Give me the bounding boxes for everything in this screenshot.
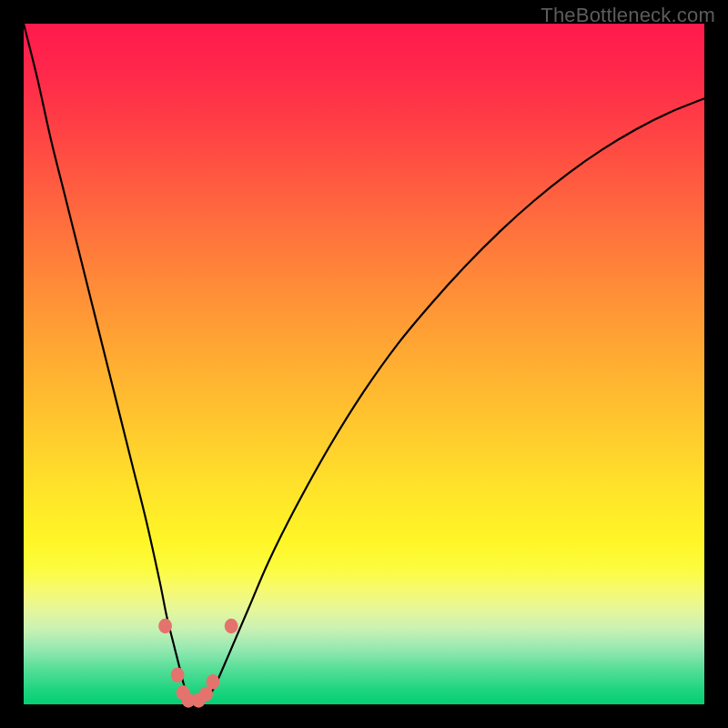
curve-marker xyxy=(225,619,238,633)
curve-marker xyxy=(171,668,185,682)
curve-marker xyxy=(207,674,220,689)
plot-frame xyxy=(24,24,704,704)
bottleneck-chart-svg xyxy=(24,24,704,704)
curve-marker xyxy=(158,619,172,633)
bottleneck-curve xyxy=(24,24,704,702)
